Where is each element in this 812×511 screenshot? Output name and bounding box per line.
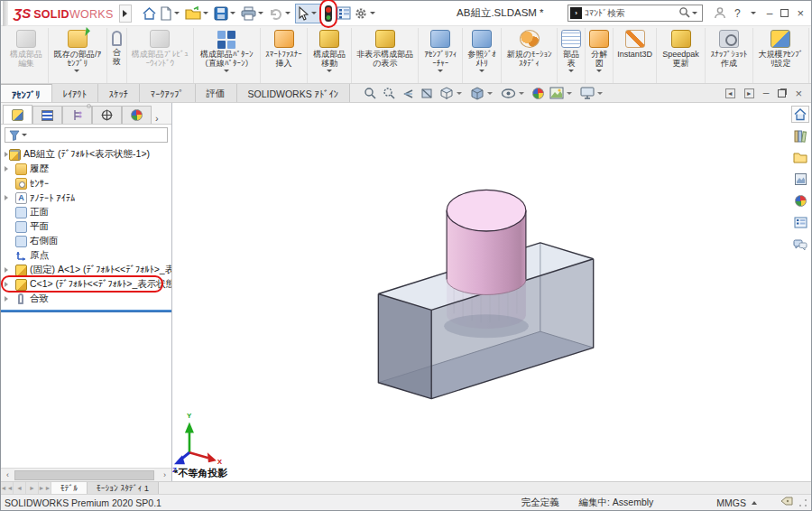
search-magnifier-icon[interactable] <box>678 6 690 20</box>
tab-property-manager[interactable] <box>32 106 62 124</box>
tree-item-annotations[interactable]: Aｱﾉﾃｰﾄ ｱｲﾃﾑ <box>1 190 171 205</box>
resize-grip[interactable] <box>798 498 807 507</box>
tree-item-component-C[interactable]: C<1> (ﾃﾞﾌｫﾙﾄ<<ﾃﾞﾌｫﾙﾄ>_表示状態 <box>1 277 171 292</box>
save-button[interactable] <box>213 5 239 23</box>
expand-arrow-icon[interactable] <box>5 282 8 287</box>
panel-splitter-bar[interactable] <box>1 310 171 312</box>
close-button[interactable]: × <box>797 7 804 19</box>
filter-caret-icon[interactable] <box>22 134 27 136</box>
new-motion-study-button[interactable]: 新規のﾓｰｼｮﾝｽﾀﾃﾞｨ <box>502 28 558 83</box>
panel-resize-grip[interactable] <box>87 104 91 108</box>
tab-model[interactable]: ﾓﾃﾞﾙ <box>51 482 88 494</box>
apply-scene-icon[interactable] <box>549 86 576 100</box>
tab-featuremanager-tree[interactable] <box>3 105 32 124</box>
display-style-icon[interactable] <box>469 86 496 101</box>
cylinder-top-face[interactable] <box>447 190 526 231</box>
graphics-viewport[interactable]: Y X Z *不等角投影 <box>172 103 811 481</box>
previous-view-icon[interactable] <box>401 86 416 101</box>
hide-show-items-icon[interactable] <box>500 87 528 100</box>
zoom-to-fit-icon[interactable] <box>363 86 378 101</box>
assembly-features-button[interactable]: ｱｾﾝﾌﾞﾘﾌｨｰﾁｬｰ <box>419 28 463 83</box>
show-hidden-components-button[interactable]: 非表示構成部品の表示 <box>352 28 419 83</box>
status-tag-icon[interactable] <box>780 497 793 509</box>
tree-item-origin[interactable]: 原点 <box>1 248 171 263</box>
tree-filter-box[interactable] <box>5 127 168 143</box>
search-caret-icon[interactable] <box>692 12 697 14</box>
search-input[interactable] <box>582 8 678 18</box>
first-tab-icon[interactable]: ◄◄ <box>1 482 14 494</box>
section-view-icon[interactable] <box>420 86 435 101</box>
tree-item-history[interactable]: 履歴 <box>1 162 171 176</box>
bill-of-materials-button[interactable]: 部品表 <box>558 28 586 83</box>
zoom-to-area-icon[interactable] <box>382 86 397 101</box>
panel-tabs-expand-icon[interactable]: › <box>155 113 159 124</box>
expand-arrow-icon[interactable] <box>5 195 8 200</box>
file-explorer-folder-icon[interactable] <box>791 149 809 166</box>
user-login-icon[interactable] <box>714 6 726 21</box>
expand-arrow-icon[interactable] <box>5 267 8 273</box>
insert-components-button[interactable]: 既存の部品/ｱｾﾝﾌﾞﾘ <box>49 28 106 83</box>
solidworks-resources-home-icon[interactable] <box>791 106 809 123</box>
scroll-right-icon[interactable]: › <box>158 470 171 479</box>
take-snapshot-button[interactable]: ｽﾅｯﾌﾟｼｮｯﾄ作成 <box>706 28 752 83</box>
smart-fasteners-button[interactable]: ｽﾏｰﾄﾌｧｽﾅｰ挿入 <box>261 28 308 83</box>
help-button[interactable]: ? <box>734 8 741 19</box>
tree-root-assembly[interactable]: AB組立 (ﾃﾞﾌｫﾙﾄ<表示状態-1>) <box>1 147 171 162</box>
tab-layout[interactable]: ﾚｲｱｳﾄ <box>52 84 98 102</box>
doc-close-button[interactable]: × <box>795 87 802 100</box>
edit-appearance-icon[interactable] <box>531 87 545 100</box>
tab-markup[interactable]: ﾏｰｸｱｯﾌﾟ <box>140 84 196 102</box>
help-caret-icon[interactable] <box>751 12 756 14</box>
open-button[interactable] <box>184 5 212 23</box>
tree-item-right-plane[interactable]: 右側面 <box>1 234 171 248</box>
tree-horizontal-scrollbar[interactable]: ‹ › <box>1 468 171 481</box>
move-component-button[interactable]: 構成部品移動 <box>308 28 352 83</box>
tab-display-manager[interactable] <box>122 106 152 124</box>
tab-motion-study-1[interactable]: ﾓｰｼｮﾝ ｽﾀﾃﾞｨ 1 <box>88 482 159 494</box>
speedpak-update-button[interactable]: Speedpak 更新 <box>657 28 706 83</box>
tab-sketch[interactable]: ｽｹｯﾁ <box>98 84 140 102</box>
last-tab-icon[interactable]: ►► <box>39 482 51 494</box>
design-library-icon[interactable] <box>791 127 809 144</box>
undo-button[interactable] <box>268 5 294 23</box>
solidworks-forum-icon[interactable] <box>791 236 809 253</box>
view-orientation-icon[interactable] <box>438 86 466 101</box>
component-preview-window-button[interactable]: 構成部品ﾌﾟﾚﾋﾞｭｰｳｨﾝﾄﾞｳ <box>127 28 194 83</box>
instant3d-button[interactable]: Instant3D <box>614 28 657 83</box>
view-settings-icon[interactable] <box>579 86 606 100</box>
reference-geometry-button[interactable]: 参照ｼﾞｵﾒﾄﾘ <box>463 28 501 83</box>
menu-flyout-arrow-icon[interactable] <box>119 5 132 23</box>
rebuild-button[interactable] <box>322 3 335 24</box>
prev-tab-icon[interactable]: ◄ <box>14 482 26 494</box>
expand-arrow-icon[interactable] <box>5 152 8 157</box>
tree-item-top-plane[interactable]: 平面 <box>1 219 171 234</box>
tree-item-component-A[interactable]: (固定) A<1> (ﾃﾞﾌｫﾙﾄ<<ﾃﾞﾌｫﾙﾄ>_表示 <box>1 263 171 277</box>
tree-item-mates[interactable]: 合致 <box>1 292 171 306</box>
large-assembly-settings-button[interactable]: 大規模ｱｾﾝﾌﾞﾘ設定 <box>753 28 809 83</box>
pane-left-icon[interactable]: ◄ <box>725 88 735 98</box>
expand-arrow-icon[interactable] <box>5 296 8 302</box>
doc-restore-button[interactable] <box>778 89 786 98</box>
expand-arrow-icon[interactable] <box>5 166 8 172</box>
tab-solidworks-addins[interactable]: SOLIDWORKS ｱﾄﾞｲﾝ <box>237 84 350 102</box>
edit-component-button[interactable]: 構成部品編集 <box>5 28 49 83</box>
mate-button[interactable]: 合致 <box>107 28 127 83</box>
tab-dimxpert-manager[interactable] <box>92 106 122 124</box>
component-pattern-button[interactable]: 構成部品ﾊﾟﾀｰﾝ（直線ﾊﾟﾀｰﾝ） <box>194 28 261 83</box>
select-button[interactable] <box>295 4 321 23</box>
minimize-button[interactable]: – <box>767 8 773 19</box>
home-button[interactable] <box>141 5 158 23</box>
exploded-view-button[interactable]: 分解図 <box>586 28 614 83</box>
units-label[interactable]: MMGS <box>716 497 746 508</box>
new-document-button[interactable] <box>159 5 183 23</box>
print-button[interactable] <box>240 5 267 23</box>
maximize-button[interactable] <box>780 9 789 17</box>
tab-evaluate[interactable]: 評価 <box>196 84 237 102</box>
options-list-button[interactable] <box>336 5 352 22</box>
scrollbar-thumb[interactable] <box>14 470 154 480</box>
scroll-left-icon[interactable]: ‹ <box>1 470 14 479</box>
tab-configuration-manager[interactable] <box>62 106 92 124</box>
tab-assembly[interactable]: ｱｾﾝﾌﾞﾘ <box>1 84 52 102</box>
units-caret-icon[interactable] <box>752 501 757 505</box>
appearances-scenes-icon[interactable] <box>791 192 809 209</box>
